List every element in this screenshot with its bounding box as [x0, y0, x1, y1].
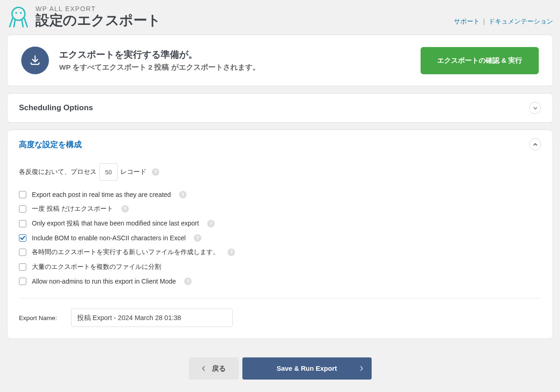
logo-icon — [7, 5, 30, 28]
checkbox[interactable] — [19, 278, 26, 285]
help-icon[interactable]: ? — [121, 205, 129, 213]
footer-buttons: 戻る Save & Run Export — [0, 346, 560, 392]
svg-point-1 — [15, 12, 17, 14]
save-button-label: Save & Run Export — [277, 365, 337, 372]
checkbox[interactable] — [19, 220, 26, 227]
checkbox[interactable] — [19, 205, 26, 213]
checkbox-label: Export each post in real time as they ar… — [32, 191, 171, 198]
advanced-panel: 高度な設定を構成 各反復において、プロセス レコード ? Export each… — [7, 130, 553, 339]
docs-link[interactable]: ドキュメンテーション — [488, 18, 553, 25]
records-suffix: レコード — [120, 168, 146, 176]
divider — [19, 298, 541, 298]
scheduling-header[interactable]: Scheduling Options — [7, 94, 553, 122]
brand-name: WP ALL EXPORT — [36, 5, 161, 12]
confirm-run-button[interactable]: エクスポートの確認 & 実行 — [421, 47, 539, 74]
checkbox[interactable] — [19, 234, 26, 242]
ready-title: エクスポートを実行する準備が。 — [59, 48, 260, 61]
checkbox[interactable] — [19, 191, 26, 198]
scheduling-panel: Scheduling Options — [7, 93, 553, 123]
page-title: 設定のエクスポート — [36, 12, 161, 28]
records-input[interactable] — [99, 163, 118, 181]
checkbox-label: Allow non-admins to run this export in C… — [32, 278, 176, 285]
checkbox-row: 大量のエクスポートを複数のファイルに分割 — [19, 263, 541, 271]
download-icon — [21, 47, 49, 74]
checkbox-row: 一度 投稿 だけエクスポート? — [19, 205, 541, 213]
checkbox-label: Include BOM to enable non-ASCII characte… — [32, 234, 186, 242]
checkbox-label: 大量のエクスポートを複数のファイルに分割 — [32, 263, 161, 271]
advanced-title: 高度な設定を構成 — [19, 139, 82, 150]
page-header: WP ALL EXPORT 設定のエクスポート サポート | ドキュメンテーショ… — [0, 0, 560, 35]
svg-point-0 — [12, 7, 25, 20]
checkbox-row: 各時間のエクスポートを実行する新しいファイルを作成します。? — [19, 248, 541, 256]
chevron-down-icon — [529, 102, 541, 114]
support-link[interactable]: サポート — [454, 18, 480, 25]
checkbox-row: Only export 投稿 that have been modified s… — [19, 220, 541, 228]
help-icon[interactable]: ? — [194, 234, 201, 242]
checkbox[interactable] — [19, 249, 26, 256]
svg-point-2 — [20, 12, 22, 14]
ready-subtitle: WP をすべてエクスポート 2 投稿 がエクスポートされます。 — [59, 63, 260, 72]
checkbox-label: 一度 投稿 だけエクスポート — [32, 205, 113, 213]
checkbox-row: Allow non-admins to run this export in C… — [19, 278, 541, 285]
export-name-row: Export Name: — [19, 309, 541, 327]
help-icon[interactable]: ? — [184, 278, 192, 285]
chevron-up-icon — [529, 138, 541, 150]
help-icon[interactable]: ? — [228, 249, 235, 256]
checkbox[interactable] — [19, 263, 26, 271]
records-per-iteration-row: 各反復において、プロセス レコード ? — [19, 163, 541, 181]
header-links: サポート | ドキュメンテーション — [454, 5, 553, 26]
export-name-label: Export Name: — [19, 315, 57, 321]
advanced-header[interactable]: 高度な設定を構成 — [7, 130, 553, 159]
checkbox-row: Include BOM to enable non-ASCII characte… — [19, 234, 541, 242]
help-icon[interactable]: ? — [179, 191, 187, 198]
checkbox-label: Only export 投稿 that have been modified s… — [32, 220, 199, 228]
checkbox-label: 各時間のエクスポートを実行する新しいファイルを作成します。 — [32, 248, 219, 256]
help-icon[interactable]: ? — [152, 168, 159, 176]
save-run-button[interactable]: Save & Run Export — [242, 357, 372, 380]
back-button-label: 戻る — [212, 364, 226, 373]
records-prefix: 各反復において、プロセス — [19, 168, 96, 176]
export-name-input[interactable] — [71, 309, 233, 327]
help-icon[interactable]: ? — [207, 220, 215, 227]
checkbox-row: Export each post in real time as they ar… — [19, 191, 541, 198]
back-button[interactable]: 戻る — [189, 357, 239, 380]
ready-panel: エクスポートを実行する準備が。 WP をすべてエクスポート 2 投稿 がエクスポ… — [7, 35, 553, 86]
scheduling-title: Scheduling Options — [19, 103, 93, 113]
